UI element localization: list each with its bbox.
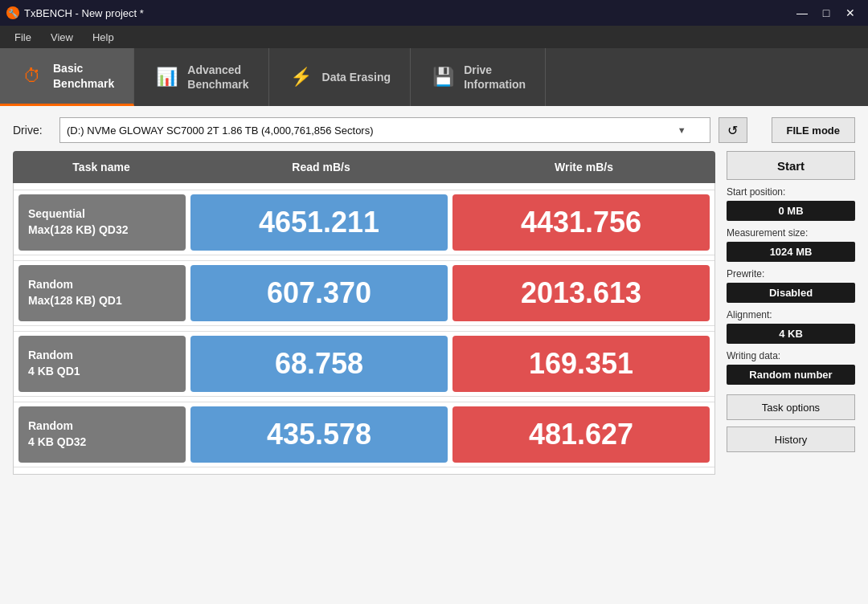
table-row: Random4 KB QD32 435.578 481.627 (14, 402, 714, 467)
right-panel: Start Start position: 0 MB Measurement s… (727, 151, 855, 593)
menu-view[interactable]: View (43, 28, 81, 47)
drive-row: Drive: (D:) NVMe GLOWAY SC7000 2T 1.86 T… (13, 117, 855, 143)
write-value-seq: 4431.756 (521, 206, 641, 239)
tab-drive-information[interactable]: 💾 DriveInformation (411, 48, 546, 106)
tab-basic-benchmark-label: BasicBenchmark (53, 61, 114, 90)
prewrite-value: Disabled (727, 283, 855, 303)
main-grid: Task name Read mB/s Write mB/s Sequentia… (13, 151, 855, 593)
prewrite-label: Prewrite: (727, 268, 855, 280)
minimize-button[interactable]: — (791, 4, 813, 22)
benchmark-rows: SequentialMax(128 KB) QD32 4651.211 4431… (13, 183, 715, 475)
drive-information-icon: 💾 (430, 64, 456, 90)
read-value-rand128: 607.370 (267, 276, 371, 310)
menu-file[interactable]: File (6, 28, 39, 47)
row-label-seq: SequentialMax(128 KB) QD32 (18, 194, 186, 251)
row-read-rand128: 607.370 (190, 265, 448, 321)
read-value-rand4qd32: 435.578 (267, 418, 371, 451)
tab-data-erasing[interactable]: ⚡ Data Erasing (269, 48, 411, 106)
tab-drive-information-label: DriveInformation (464, 63, 526, 92)
basic-benchmark-icon: ⏱ (19, 63, 45, 89)
row-read-seq: 4651.211 (190, 194, 448, 251)
row-write-rand4qd1: 169.351 (452, 336, 710, 392)
row-label-rand4qd32: Random4 KB QD32 (18, 406, 186, 463)
drive-select[interactable]: (D:) NVMe GLOWAY SC7000 2T 1.86 TB (4,00… (59, 117, 710, 143)
measurement-size-label: Measurement size: (727, 227, 855, 239)
tab-basic-benchmark[interactable]: ⏱ BasicBenchmark (0, 48, 134, 106)
read-value-seq: 4651.211 (259, 206, 379, 239)
close-button[interactable]: ✕ (839, 4, 862, 22)
history-button[interactable]: History (727, 426, 855, 452)
row-read-rand4qd1: 68.758 (190, 336, 448, 392)
row-label-rand4qd1: Random4 KB QD1 (18, 336, 186, 392)
write-value-rand4qd32: 481.627 (529, 418, 633, 451)
alignment-group: Alignment: 4 KB (727, 309, 855, 344)
table-row: Random4 KB QD1 68.758 169.351 (14, 331, 714, 397)
write-value-rand128: 2013.613 (521, 276, 641, 310)
app-icon: 🔧 (6, 6, 19, 19)
writing-data-value: Random number (727, 365, 855, 385)
row-write-seq: 4431.756 (452, 194, 710, 251)
drive-select-wrap: (D:) NVMe GLOWAY SC7000 2T 1.86 TB (4,00… (59, 117, 710, 143)
tab-bar: ⏱ BasicBenchmark 📊 AdvancedBenchmark ⚡ D… (0, 48, 868, 106)
benchmark-area: Task name Read mB/s Write mB/s Sequentia… (13, 151, 715, 593)
writing-data-label: Writing data: (727, 350, 855, 361)
alignment-value: 4 KB (727, 324, 855, 344)
header-task-name: Task name (13, 151, 190, 183)
read-value-rand4qd1: 68.758 (275, 347, 363, 381)
menu-help[interactable]: Help (84, 28, 122, 47)
row-write-rand4qd32: 481.627 (452, 406, 710, 463)
start-position-group: Start position: 0 MB (727, 186, 855, 221)
table-header: Task name Read mB/s Write mB/s (13, 151, 715, 183)
task-options-button[interactable]: Task options (727, 394, 855, 420)
row-write-rand128: 2013.613 (452, 265, 710, 321)
write-value-rand4qd1: 169.351 (529, 347, 633, 381)
refresh-button[interactable]: ↺ (719, 117, 747, 143)
file-mode-button[interactable]: FILE mode (772, 117, 855, 143)
measurement-size-value: 1024 MB (727, 242, 855, 262)
row-label-rand128: RandomMax(128 KB) QD1 (18, 265, 186, 321)
tab-advanced-benchmark[interactable]: 📊 AdvancedBenchmark (134, 48, 268, 106)
content-area: Drive: (D:) NVMe GLOWAY SC7000 2T 1.86 T… (0, 106, 868, 604)
title-bar-controls: — □ ✕ (791, 4, 862, 22)
title-bar-title: TxBENCH - New project * (24, 7, 144, 19)
menu-bar: File View Help (0, 26, 868, 48)
header-read: Read mB/s (190, 151, 452, 183)
start-position-label: Start position: (727, 186, 855, 198)
writing-data-group: Writing data: Random number (727, 350, 855, 385)
title-bar: 🔧 TxBENCH - New project * — □ ✕ (0, 0, 868, 26)
table-row: SequentialMax(128 KB) QD32 4651.211 4431… (14, 190, 714, 255)
maximize-button[interactable]: □ (815, 4, 837, 22)
measurement-size-group: Measurement size: 1024 MB (727, 227, 855, 262)
table-row: RandomMax(128 KB) QD1 607.370 2013.613 (14, 260, 714, 326)
start-button[interactable]: Start (727, 151, 855, 180)
advanced-benchmark-icon: 📊 (154, 64, 179, 90)
tab-advanced-benchmark-label: AdvancedBenchmark (187, 63, 248, 92)
start-position-value: 0 MB (727, 201, 855, 221)
alignment-label: Alignment: (727, 309, 855, 320)
data-erasing-icon: ⚡ (289, 64, 314, 90)
tab-data-erasing-label: Data Erasing (322, 70, 391, 84)
drive-label: Drive: (13, 124, 51, 137)
title-bar-left: 🔧 TxBENCH - New project * (6, 6, 144, 19)
row-read-rand4qd32: 435.578 (190, 406, 448, 463)
refresh-icon: ↺ (727, 123, 738, 138)
prewrite-group: Prewrite: Disabled (727, 268, 855, 303)
header-write: Write mB/s (452, 151, 715, 183)
